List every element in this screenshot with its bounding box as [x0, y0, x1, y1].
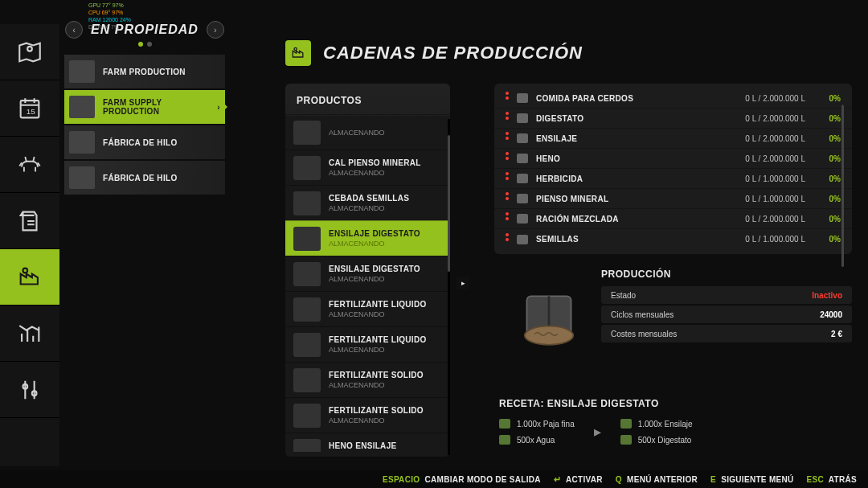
nav-stats[interactable] — [0, 306, 59, 362]
material-icon — [517, 235, 528, 244]
product-status: ALMACENANDO — [329, 169, 421, 177]
product-item[interactable]: ALMACENANDO — [285, 114, 450, 150]
storage-row[interactable]: COMIDA PARA CERDOS0 L / 2.000.000 L0% — [494, 88, 852, 109]
hotkey-label: ACTIVAR — [566, 475, 603, 484]
storage-name: COMIDA PARA CERDOS — [536, 94, 737, 103]
page-title: CADENAS DE PRODUCCIÓN — [323, 43, 583, 64]
recipe-panel: RECETA: ENSILAJE DIGESTATO 1.000x Paja f… — [494, 398, 852, 445]
production-row: EstadoInactivo — [601, 286, 852, 304]
storage-name: DIGESTATO — [536, 114, 737, 123]
storage-row[interactable]: ENSILAJE0 L / 2.000.000 L0% — [494, 129, 852, 149]
product-status: ALMACENANDO — [329, 275, 420, 283]
nav-animals[interactable] — [0, 137, 59, 193]
facility-item[interactable]: FÁBRICA DE HILO — [64, 161, 225, 195]
ingredient-icon — [499, 419, 510, 429]
status-dot-icon — [506, 177, 509, 180]
hotkey-hint: ESC ATRÁS — [807, 475, 857, 484]
facility-label: FÁBRICA DE HILO — [103, 138, 177, 147]
product-item[interactable]: ENSILAJE DIGESTATOALMACENANDO — [285, 256, 450, 291]
hotkey-label: ATRÁS — [829, 475, 857, 484]
storage-value: 0 L / 2.000.000 L — [745, 94, 805, 103]
hotkey-key: ESPACIO — [383, 475, 420, 484]
storage-percent: 0% — [821, 215, 841, 223]
storage-percent: 0% — [821, 235, 841, 244]
storage-percent: 0% — [821, 94, 841, 103]
product-name: FERTILIZANTE LIQUIDO — [329, 300, 427, 309]
product-illustration-icon — [510, 283, 587, 351]
product-status: ALMACENANDO — [329, 204, 409, 212]
storage-percent: 0% — [821, 174, 841, 183]
storage-row[interactable]: SEMILLAS0 L / 1.000.000 L0% — [494, 229, 852, 249]
production-chains-icon — [285, 40, 311, 66]
storage-value: 0 L / 2.000.000 L — [745, 114, 805, 123]
status-dot-icon — [506, 96, 509, 100]
product-item[interactable]: CEBADA SEMILLASALMACENANDO — [285, 185, 450, 220]
product-item[interactable]: FERTILIZANTE LIQUIDOALMACENANDO — [285, 291, 450, 326]
facility-thumb-icon — [69, 96, 95, 118]
material-icon — [517, 154, 528, 163]
storage-table: COMIDA PARA CERDOS0 L / 2.000.000 L0%DIG… — [494, 84, 852, 254]
storage-row[interactable]: PIENSO MINERAL0 L / 1.000.000 L0% — [494, 189, 852, 209]
products-scrollbar[interactable] — [448, 119, 450, 455]
hotkey-label: MENÚ ANTERIOR — [627, 475, 698, 484]
product-status: ALMACENANDO — [329, 381, 424, 389]
recipe-input: 500x Agua — [499, 435, 575, 445]
owned-prev-button[interactable]: ‹ — [65, 21, 83, 39]
nav-calendar[interactable]: 15 — [0, 80, 59, 137]
status-dot-icon — [506, 117, 509, 120]
production-title: PRODUCCIÓN — [601, 269, 852, 280]
hotkey-hint: ↵ ACTIVAR — [554, 474, 603, 485]
hotkey-bar: ESPACIO CAMBIAR MODO DE SALIDA↵ ACTIVARQ… — [0, 470, 868, 488]
status-dot-icon — [506, 197, 509, 200]
storage-row[interactable]: RACIÓN MEZCLADA0 L / 2.000.000 L0% — [494, 209, 852, 229]
product-name: ENSILAJE DIGESTATO — [329, 265, 420, 273]
product-icon — [293, 368, 321, 392]
recipe-output: 500x Digestato — [620, 435, 693, 445]
product-name: CAL PIENSO MINERAL — [329, 158, 421, 167]
hotkey-hint: ESPACIO CAMBIAR MODO DE SALIDA — [383, 475, 541, 484]
nav-settings[interactable] — [0, 362, 59, 418]
product-icon — [293, 404, 321, 428]
production-row-value: 2 € — [831, 330, 842, 338]
product-item[interactable]: ENSILAJE DIGESTATOALMACENANDO — [285, 220, 450, 256]
product-status: ALMACENANDO — [329, 240, 420, 248]
storage-row[interactable]: DIGESTATO0 L / 2.000.000 L0% — [494, 109, 852, 129]
owned-next-button[interactable]: › — [207, 21, 224, 39]
products-panel: PRODUCTOS ALMACENANDOCAL PIENSO MINERALA… — [285, 84, 450, 457]
status-dot-icon — [506, 238, 509, 241]
production-row-label: Costes mensuales — [611, 330, 831, 338]
nav-map[interactable] — [0, 24, 59, 80]
product-item[interactable]: FERTILIZANTE SOLIDOALMACENANDO — [285, 397, 450, 433]
recipe-arrow-icon: ▸ — [594, 423, 601, 441]
product-status: ALMACENANDO — [329, 346, 427, 354]
product-item[interactable]: CAL PIENSO MINERALALMACENANDO — [285, 150, 450, 185]
recipe-input: 1.000x Paja fina — [499, 419, 575, 429]
storage-scrollbar[interactable] — [841, 105, 844, 267]
storage-row[interactable]: HERBICIDA0 L / 1.000.000 L0% — [494, 169, 852, 189]
facility-item[interactable]: FARM PRODUCTION — [64, 55, 225, 88]
material-icon — [517, 113, 528, 123]
expand-button[interactable]: ▸ — [457, 277, 469, 289]
nav-production[interactable] — [0, 249, 59, 306]
status-dot-icon — [506, 137, 509, 140]
material-icon — [517, 194, 528, 203]
nav-finances[interactable] — [0, 193, 59, 249]
product-status: ALMACENANDO — [329, 416, 424, 424]
storage-row[interactable]: HENO0 L / 2.000.000 L0% — [494, 149, 852, 169]
storage-value: 0 L / 1.000.000 L — [745, 174, 805, 183]
ingredient-icon — [499, 435, 510, 445]
storage-name: HENO — [536, 154, 737, 163]
product-item[interactable]: FERTILIZANTE LIQUIDOALMACENANDO — [285, 326, 450, 362]
production-row-label: Estado — [611, 291, 812, 300]
facility-item[interactable]: FÁBRICA DE HILO — [64, 125, 225, 159]
product-status: ALMACENANDO — [329, 310, 427, 318]
production-row-label: Ciclos mensuales — [611, 310, 820, 319]
owned-panel: ‹ EN PROPIEDAD › FARM PRODUCTIONFARM SUP… — [64, 21, 225, 196]
hotkey-key: ↵ — [554, 474, 561, 484]
product-item[interactable]: FERTILIZANTE SOLIDOALMACENANDO — [285, 362, 450, 397]
product-item[interactable]: HENO ENSILAJEALMACENANDO — [285, 433, 450, 452]
facility-item[interactable]: FARM SUPPLY PRODUCTION› — [64, 90, 225, 124]
ingredient-text: 500x Digestato — [638, 436, 692, 445]
product-name: ENSILAJE DIGESTATO — [329, 229, 420, 238]
details-panel: COMIDA PARA CERDOS0 L / 2.000.000 L0%DIG… — [494, 84, 852, 445]
